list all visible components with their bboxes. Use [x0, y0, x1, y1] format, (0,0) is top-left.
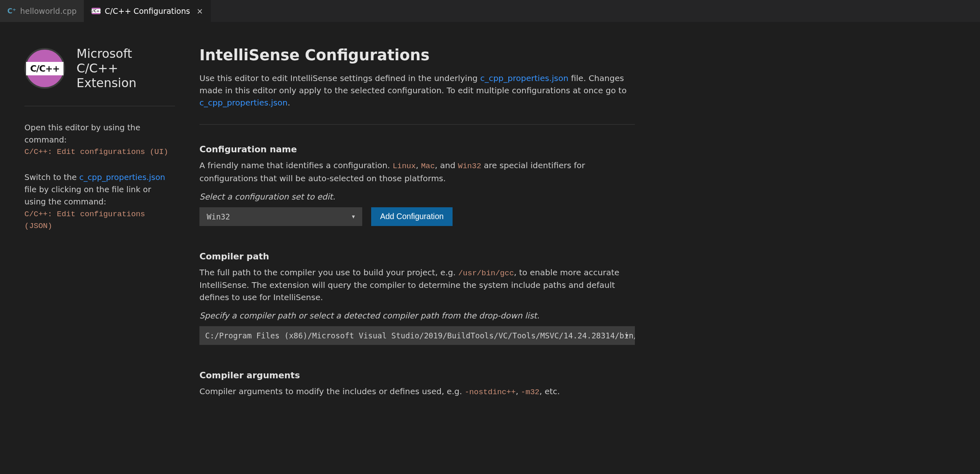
select-value: Win32 — [207, 212, 230, 221]
sidebar-open-intro: Open this editor by using the command: — [24, 122, 175, 146]
section-description: A friendly name that identifies a config… — [199, 159, 635, 184]
extension-name: C/C++ Extension — [77, 61, 175, 90]
sidebar-switch-section: Switch to the c_cpp_properties.json file… — [24, 158, 175, 233]
tab-configurations[interactable]: C/C++ C/C++ Configurations × — [84, 0, 211, 22]
compiler-path-section: Compiler path The full path to the compi… — [199, 251, 635, 345]
main-panel: IntelliSense Configurations Use this edi… — [199, 46, 635, 406]
sidebar-switch-intro-b: file by clicking on the file link or usi… — [24, 185, 151, 206]
sidebar-switch-command: C/C++: Edit configurations (JSON) — [24, 208, 175, 233]
tab-label: helloworld.cpp — [20, 7, 77, 15]
cpp-file-icon: C⁺ — [7, 7, 16, 15]
page-subtitle: Use this editor to edit IntelliSense set… — [199, 72, 635, 125]
add-configuration-button[interactable]: Add Configuration — [371, 207, 453, 226]
configuration-name-section: Configuration name A friendly name that … — [199, 144, 635, 226]
section-description: The full path to the compiler you use to… — [199, 266, 635, 304]
field-hint: Select a configuration set to edit. — [199, 192, 635, 202]
extension-header: C/C++ Microsoft C/C++ Extension — [24, 46, 175, 106]
tab-bar: C⁺ helloworld.cpp C/C++ C/C++ Configurat… — [0, 0, 980, 22]
section-description: Compiler arguments to modify the include… — [199, 385, 635, 398]
close-icon[interactable]: × — [197, 7, 203, 15]
field-hint: Specify a compiler path or select a dete… — [199, 311, 635, 320]
properties-json-link[interactable]: c_cpp_properties.json — [79, 173, 165, 182]
sidebar-open-command: C/C++: Edit configurations (UI) — [24, 146, 175, 158]
configuration-select[interactable]: Win32 ▼ — [199, 207, 362, 226]
properties-json-link[interactable]: c_cpp_properties.json — [480, 73, 569, 83]
extension-title: Microsoft C/C++ Extension — [77, 46, 175, 90]
sidebar: C/C++ Microsoft C/C++ Extension Open thi… — [24, 46, 175, 406]
input-value: C:/Program Files (x86)/Microsoft Visual … — [205, 331, 635, 340]
extension-logo-text: C/C++ — [26, 62, 63, 75]
chevron-down-icon: ▼ — [352, 214, 355, 219]
section-heading: Compiler arguments — [199, 370, 635, 380]
section-heading: Compiler path — [199, 251, 635, 261]
chevron-down-icon: ▼ — [626, 333, 628, 338]
extension-vendor: Microsoft — [77, 46, 175, 61]
section-heading: Configuration name — [199, 144, 635, 154]
tab-helloworld[interactable]: C⁺ helloworld.cpp — [0, 0, 84, 22]
compiler-arguments-section: Compiler arguments Compiler arguments to… — [199, 370, 635, 398]
sidebar-open-section: Open this editor by using the command: C… — [24, 106, 175, 158]
compiler-path-input[interactable]: C:/Program Files (x86)/Microsoft Visual … — [199, 326, 635, 345]
properties-json-link[interactable]: c_cpp_properties.json — [199, 98, 288, 108]
page-title: IntelliSense Configurations — [199, 46, 635, 64]
cpp-extension-icon: C/C++ — [92, 8, 101, 14]
sidebar-switch-intro-a: Switch to the — [24, 173, 79, 182]
extension-logo-icon: C/C++ — [24, 48, 65, 89]
tab-label: C/C++ Configurations — [105, 7, 190, 15]
